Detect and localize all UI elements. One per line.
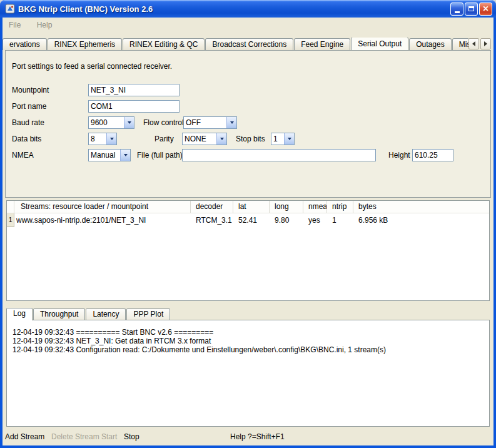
stop-bits-label: Stop bits: [236, 133, 265, 145]
add-stream-button[interactable]: Add Stream: [5, 432, 44, 441]
parity-value: NONE: [183, 133, 216, 145]
chevron-down-icon: [288, 138, 291, 140]
data-bits-select[interactable]: 8: [88, 133, 117, 145]
mountpoint-input[interactable]: [88, 84, 180, 96]
action-bar: Add Stream Delete Stream Start Stop Help…: [3, 430, 493, 445]
tab-outages[interactable]: Outages: [409, 38, 451, 50]
stop-bits-value: 1: [271, 133, 284, 145]
lat-header[interactable]: lat: [233, 201, 270, 213]
stream-decoder: RTCM_3.1: [191, 213, 233, 227]
menu-help[interactable]: Help: [33, 20, 56, 30]
maximize-icon: [468, 6, 474, 11]
stream-bytes: 6.956 kB: [353, 213, 489, 227]
port-name-label: Port name: [12, 100, 46, 113]
tab-observations[interactable]: ervations: [3, 38, 47, 50]
close-button[interactable]: ✕: [479, 3, 492, 16]
baud-rate-select[interactable]: 9600: [88, 116, 134, 129]
parity-label: Parity: [154, 133, 174, 145]
stop-bits-dropdown-button[interactable]: [284, 133, 294, 145]
port-name-input[interactable]: [88, 100, 180, 113]
data-bits-row: Data bits 8 Parity NONE Stop bits 1: [6, 133, 490, 145]
stream-lat: 52.41: [233, 213, 270, 227]
tab-scroll-buttons: [468, 38, 491, 49]
mountpoint-row: Mountpoint: [6, 84, 490, 96]
height-input[interactable]: [412, 149, 453, 161]
window-title: BKG Ntrip Client (BNC) Version 2.6: [18, 4, 450, 14]
flow-control-select[interactable]: OFF: [183, 116, 237, 129]
streams-header-row: Streams: resource loader / mountpoint de…: [7, 201, 489, 213]
maximize-button[interactable]: [465, 3, 478, 16]
baud-rate-label: Baud rate: [12, 116, 44, 129]
tab-serial-output[interactable]: Serial Output: [351, 38, 408, 50]
data-bits-value: 8: [89, 133, 106, 145]
tab-feed-engine[interactable]: Feed Engine: [294, 38, 350, 50]
mountpoint-header[interactable]: Streams: resource loader / mountpoint: [14, 201, 191, 213]
data-bits-label: Data bits: [12, 133, 41, 145]
nmea-select[interactable]: Manual: [88, 149, 131, 161]
long-header[interactable]: long: [270, 201, 303, 213]
delete-stream-button[interactable]: Delete Stream: [51, 432, 99, 441]
baud-rate-dropdown-button[interactable]: [124, 117, 134, 128]
stream-row[interactable]: 1 www.sapos-ni-ntrip.de:2101/NET_3_NI RT…: [7, 213, 489, 227]
port-name-row: Port name: [6, 100, 490, 113]
mountpoint-label: Mountpoint: [12, 84, 49, 96]
nmea-header[interactable]: nmea: [303, 201, 327, 213]
help-button[interactable]: Help ?=Shift+F1: [230, 432, 285, 441]
stream-mountpoint: www.sapos-ni-ntrip.de:2101/NET_3_NI: [14, 213, 191, 227]
stream-long: 9.80: [270, 213, 303, 227]
close-icon: ✕: [482, 5, 488, 13]
tab-latency[interactable]: Latency: [86, 308, 126, 320]
titlebar[interactable]: BKG Ntrip Client (BNC) Version 2.6 ✕: [0, 0, 496, 18]
ntrip-header[interactable]: ntrip: [327, 201, 353, 213]
height-label: Height: [388, 149, 410, 161]
bnc-window: BKG Ntrip Client (BNC) Version 2.6 ✕ Fil…: [0, 0, 496, 448]
left-arrow-icon: [472, 41, 475, 46]
log-panel[interactable]: 12-04-19 09:32:43 ========== Start BNC v…: [6, 320, 490, 427]
data-bits-dropdown-button[interactable]: [106, 133, 116, 145]
baud-flow-row: Baud rate 9600 Flow control OFF: [6, 116, 490, 129]
nmea-dropdown-button[interactable]: [120, 150, 130, 161]
log-line: 12-04-19 09:32:43 NET_3_NI: Get data in …: [13, 337, 484, 345]
chevron-down-icon: [220, 138, 224, 140]
decoder-header[interactable]: decoder: [191, 201, 233, 213]
parity-dropdown-button[interactable]: [216, 133, 226, 145]
chevron-down-icon: [124, 154, 128, 156]
window-body: File Help ervations RINEX Ephemeris RINE…: [3, 18, 493, 445]
flow-control-dropdown-button[interactable]: [226, 117, 236, 128]
window-controls: ✕: [450, 3, 492, 16]
tab-rinex-ephemeris[interactable]: RINEX Ephemeris: [48, 38, 122, 50]
row-number-header: [7, 201, 14, 213]
tab-scroll-left-button[interactable]: [468, 38, 479, 49]
bytes-header[interactable]: bytes: [353, 201, 489, 213]
chevron-down-icon: [110, 138, 114, 140]
start-button[interactable]: Start: [101, 432, 117, 441]
chevron-down-icon: [128, 121, 131, 124]
log-line: 12-04-19 09:32:43 Configuration read: C:…: [13, 345, 484, 354]
menu-file[interactable]: File: [5, 20, 24, 30]
minimize-button[interactable]: [450, 3, 463, 16]
tab-log[interactable]: Log: [6, 308, 33, 320]
menubar: File Help: [3, 18, 493, 33]
tab-rinex-editing-qc[interactable]: RINEX Editing & QC: [123, 38, 205, 50]
panel-description: Port settings to feed a serial connected…: [12, 62, 172, 71]
flow-control-label: Flow control: [143, 116, 184, 129]
minimize-icon: [455, 11, 460, 13]
chevron-down-icon: [230, 121, 234, 124]
stop-button[interactable]: Stop: [124, 432, 139, 441]
parity-select[interactable]: NONE: [182, 133, 227, 145]
stream-ntrip: 1: [327, 213, 353, 227]
file-path-label: File (full path): [137, 149, 183, 161]
tab-broadcast-corrections[interactable]: Broadcast Corrections: [205, 38, 293, 50]
stop-bits-select[interactable]: 1: [271, 133, 295, 145]
tab-throughput[interactable]: Throughput: [33, 308, 85, 320]
nmea-value: Manual: [89, 150, 120, 161]
tab-scroll-right-button[interactable]: [480, 38, 491, 49]
row-number: 1: [7, 213, 14, 227]
file-path-input[interactable]: [182, 149, 376, 161]
bottom-tab-bar: Log Throughput Latency PPP Plot: [6, 308, 171, 320]
stream-nmea: yes: [303, 213, 327, 227]
tab-ppp-plot[interactable]: PPP Plot: [126, 308, 170, 320]
flow-control-value: OFF: [184, 117, 226, 128]
log-line: 12-04-19 09:32:43 ========== Start BNC v…: [13, 328, 484, 337]
tab-miscellaneous[interactable]: Miscellaneous: [452, 38, 468, 50]
